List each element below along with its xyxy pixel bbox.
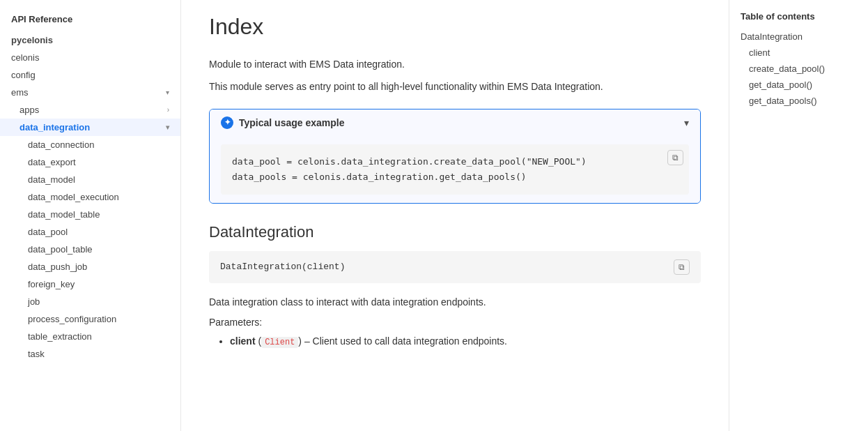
intro-line2: This module serves as entry point to all… <box>209 79 701 94</box>
toc-title: Table of contents <box>741 11 857 22</box>
sidebar-item-label: table_extraction <box>28 331 92 342</box>
sidebar-item-label: process_configuration <box>28 314 116 324</box>
sidebar-item-data_push_job[interactable]: data_push_job <box>0 258 180 275</box>
data-integration-heading: DataIntegration <box>209 223 701 241</box>
sidebar-item-label: task <box>28 349 45 359</box>
sidebar-item-ems[interactable]: ems▾ <box>0 84 180 101</box>
sidebar-item-data_pool[interactable]: data_pool <box>0 223 180 241</box>
toc-sidebar: Table of contents DataIntegrationclientc… <box>729 0 868 431</box>
example-chevron-icon: ▾ <box>684 117 689 128</box>
example-title: Typical usage example <box>239 117 344 128</box>
toc-item-DataIntegration[interactable]: DataIntegration <box>741 29 857 45</box>
intro-line1: Module to interact with EMS Data integra… <box>209 56 701 72</box>
sidebar-chevron-icon: ▾ <box>166 123 169 131</box>
sidebar-item-apps[interactable]: apps› <box>0 101 180 119</box>
sidebar-item-label: ems <box>11 87 29 98</box>
toc-item-create_data_pool[interactable]: create_data_pool() <box>741 61 857 77</box>
page-title: Index <box>209 14 701 40</box>
sidebar-item-label: apps <box>20 105 39 115</box>
left-sidebar: API Reference pyceloniscelonisconfigems▾… <box>0 0 181 431</box>
example-code-outer: data_pool = celonis.data_integration.cre… <box>210 136 700 203</box>
copy-signature-button[interactable]: ⧉ <box>674 259 690 275</box>
sidebar-item-process_configuration[interactable]: process_configuration <box>0 310 180 328</box>
toc-item-get_data_pools[interactable]: get_data_pools() <box>741 93 857 109</box>
sidebar-item-data_model_table[interactable]: data_model_table <box>0 206 180 223</box>
sidebar-item-label: foreign_key <box>28 279 75 289</box>
copy-example-button[interactable]: ⧉ <box>667 150 683 165</box>
sidebar-item-label: data_model <box>28 174 75 185</box>
param-list: client (Client) – Client used to call da… <box>209 333 701 350</box>
toc-item-get_data_pool[interactable]: get_data_pool() <box>741 77 857 93</box>
sidebar-item-celonis[interactable]: celonis <box>0 49 180 66</box>
sidebar-item-label: pycelonis <box>11 35 53 45</box>
sidebar-item-config[interactable]: config <box>0 66 180 84</box>
signature-text: DataIntegration(client) <box>220 262 345 272</box>
main-content: Index Module to interact with EMS Data i… <box>181 0 729 431</box>
example-code-block: data_pool = celonis.data_integration.cre… <box>221 144 689 195</box>
sidebar-item-label: data_push_job <box>28 262 87 272</box>
sidebar-item-table_extraction[interactable]: table_extraction <box>0 328 180 345</box>
param-type: Client <box>261 337 298 348</box>
sidebar-item-data_model_execution[interactable]: data_model_execution <box>0 188 180 206</box>
sidebar-item-label: data_export <box>28 157 76 167</box>
sidebar-item-pycelonis[interactable]: pycelonis <box>0 31 180 49</box>
sidebar-item-label: config <box>11 70 36 80</box>
toc-item-client[interactable]: client <box>741 45 857 61</box>
sidebar-item-label: data_integration <box>20 122 90 133</box>
sidebar-item-task[interactable]: task <box>0 345 180 363</box>
example-header-left: ✦ Typical usage example <box>221 116 344 129</box>
sidebar-item-label: data_pool_table <box>28 244 93 255</box>
example-icon: ✦ <box>221 116 233 129</box>
sidebar-chevron-icon: ▾ <box>166 89 169 96</box>
sidebar-item-label: celonis <box>11 52 39 63</box>
sidebar-item-label: job <box>28 296 40 307</box>
sidebar-item-data_connection[interactable]: data_connection <box>0 136 180 153</box>
param-item: client (Client) – Client used to call da… <box>230 333 701 350</box>
sidebar-item-data_export[interactable]: data_export <box>0 153 180 171</box>
params-label: Parameters: <box>209 317 701 328</box>
sidebar-item-foreign_key[interactable]: foreign_key <box>0 275 180 293</box>
sidebar-item-data_model[interactable]: data_model <box>0 171 180 188</box>
class-description: Data integration class to interact with … <box>209 294 701 310</box>
sidebar-item-label: data_model_execution <box>28 192 119 202</box>
sidebar-item-label: data_model_table <box>28 209 100 220</box>
sidebar-chevron-icon: › <box>167 106 169 114</box>
example-box: ✦ Typical usage example ▾ data_pool = ce… <box>209 109 701 204</box>
sidebar-item-label: data_connection <box>28 139 94 150</box>
example-code: data_pool = celonis.data_integration.cre… <box>232 154 678 185</box>
example-header[interactable]: ✦ Typical usage example ▾ <box>210 109 700 136</box>
sidebar-item-data_pool_table[interactable]: data_pool_table <box>0 241 180 258</box>
param-name: client <box>230 335 256 347</box>
sidebar-item-label: data_pool <box>28 227 68 237</box>
sidebar-item-data_integration[interactable]: data_integration▾ <box>0 119 180 136</box>
sidebar-item-job[interactable]: job <box>0 293 180 310</box>
data-integration-signature: DataIntegration(client) ⧉ <box>209 251 701 283</box>
api-reference-title: API Reference <box>0 11 180 31</box>
